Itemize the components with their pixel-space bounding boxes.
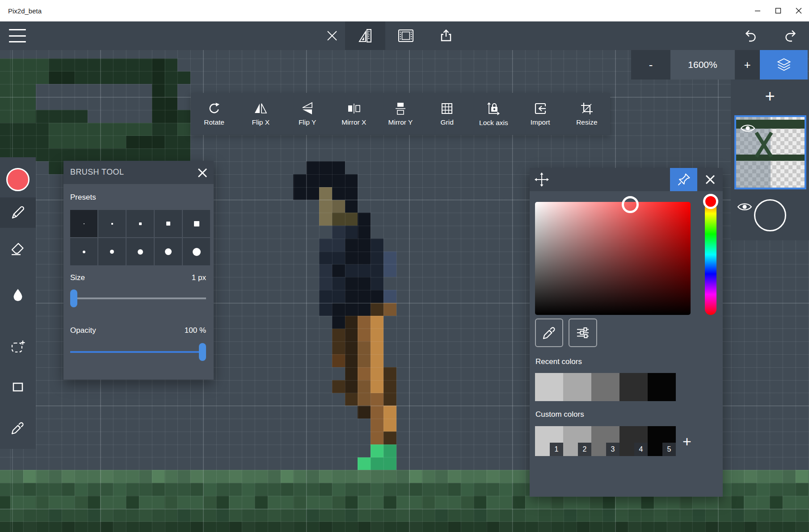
tool-eyedropper[interactable] xyxy=(0,413,36,443)
custom-color-1[interactable]: 1 xyxy=(535,426,563,456)
color-selector-ring[interactable] xyxy=(622,196,639,213)
eyedropper-icon xyxy=(541,325,557,341)
close-button[interactable] xyxy=(788,0,809,21)
tool-select[interactable] xyxy=(0,332,36,362)
window-title: Pix2d_beta xyxy=(8,7,42,15)
transform-grid[interactable]: Grid xyxy=(424,93,470,135)
maximize-button[interactable] xyxy=(768,0,788,21)
custom-color-number: 3 xyxy=(606,443,619,456)
animation-frames-button[interactable] xyxy=(386,21,426,50)
tool-fill[interactable] xyxy=(0,280,36,310)
brush-panel-close-button[interactable] xyxy=(196,166,209,180)
transform-label: Resize xyxy=(576,118,597,126)
redo-icon xyxy=(784,28,799,43)
color-options-button[interactable] xyxy=(569,318,597,347)
transform-mirror-y[interactable]: Mirror Y xyxy=(377,93,424,135)
minimize-button[interactable] xyxy=(747,0,768,21)
custom-color-5[interactable]: 5 xyxy=(648,426,676,456)
custom-color-number: 1 xyxy=(550,443,563,456)
custom-colors-bar: 12345 xyxy=(535,426,676,456)
pin-panel-button[interactable] xyxy=(670,168,697,191)
transform-label: Import xyxy=(531,118,550,126)
transform-resize[interactable]: Resize xyxy=(564,93,610,135)
size-slider[interactable] xyxy=(70,289,206,307)
add-layer-button[interactable]: + xyxy=(731,84,809,108)
add-custom-color-button[interactable]: + xyxy=(677,431,697,452)
undo-button[interactable] xyxy=(737,21,763,50)
eyedropper-icon xyxy=(10,420,26,436)
saturation-value-gradient[interactable] xyxy=(535,202,691,315)
close-icon xyxy=(198,168,207,178)
tool-sidebar xyxy=(0,157,36,449)
recent-colors-label: Recent colors xyxy=(535,357,582,366)
hue-slider[interactable] xyxy=(705,194,716,315)
ruler-icon xyxy=(358,28,373,43)
menu-button[interactable] xyxy=(9,29,26,42)
brush-preset-10[interactable] xyxy=(183,238,210,265)
resize-icon xyxy=(580,101,594,116)
sliders-icon xyxy=(576,326,590,340)
brush-preset-1[interactable] xyxy=(70,210,97,237)
ruler-tools-button[interactable] xyxy=(345,21,385,50)
transform-lock-axis[interactable]: Lock axis xyxy=(470,93,517,135)
custom-color-4[interactable]: 4 xyxy=(619,426,648,456)
mirror-y-icon xyxy=(393,101,408,116)
size-slider-handle[interactable] xyxy=(70,289,77,307)
transform-import[interactable]: Import xyxy=(517,93,564,135)
brush-preset-4[interactable] xyxy=(155,210,182,237)
tool-brush[interactable] xyxy=(0,197,36,228)
opacity-slider[interactable] xyxy=(70,343,206,361)
current-color-swatch[interactable] xyxy=(0,164,36,195)
transform-flip-x[interactable]: Flip X xyxy=(237,93,284,135)
close-icon xyxy=(705,174,716,185)
recent-color-5[interactable] xyxy=(648,373,676,401)
recent-color-1[interactable] xyxy=(535,373,563,401)
brush-preset-7[interactable] xyxy=(98,238,126,265)
export-share-button[interactable] xyxy=(426,21,466,50)
brush-preset-8[interactable] xyxy=(126,238,154,265)
recent-color-2[interactable] xyxy=(563,373,591,401)
layer-visibility-toggle[interactable] xyxy=(740,122,756,134)
custom-color-3[interactable]: 3 xyxy=(591,426,619,456)
brush-preset-5[interactable] xyxy=(183,210,210,237)
recent-color-4[interactable] xyxy=(619,373,648,401)
mirror-x-icon xyxy=(347,101,361,116)
maximize-icon xyxy=(775,8,781,14)
redo-button[interactable] xyxy=(778,21,805,50)
layer-thumbnail-circle xyxy=(754,199,786,231)
eyedropper-button[interactable] xyxy=(535,318,563,347)
move-panel-handle[interactable] xyxy=(534,172,549,187)
hamburger-icon xyxy=(9,29,26,30)
hue-slider-knob[interactable] xyxy=(703,194,718,209)
film-icon xyxy=(398,29,414,42)
transform-mirror-x[interactable]: Mirror X xyxy=(331,93,377,135)
layer-item-1[interactable] xyxy=(734,115,806,189)
transform-rotate[interactable]: Rotate xyxy=(191,93,237,135)
opacity-slider-handle[interactable] xyxy=(199,343,206,361)
zoom-out-button[interactable]: - xyxy=(631,50,670,80)
transform-label: Flip X xyxy=(252,118,270,126)
transform-toolbar: Rotate Flip X Flip Y Mirror X Mirror Y G… xyxy=(191,93,610,135)
color-picker-panel: Recent colors Custom colors 12345 + xyxy=(530,168,723,497)
brush-preset-3[interactable] xyxy=(126,210,154,237)
recent-colors-bar xyxy=(535,373,676,401)
tool-eraser[interactable] xyxy=(0,234,36,264)
brush-panel-title: BRUSH TOOL xyxy=(70,168,124,177)
zoom-controls: - 1600% + xyxy=(631,50,808,80)
brush-preset-9[interactable] xyxy=(155,238,182,265)
color-panel-close-button[interactable] xyxy=(697,168,723,191)
droplet-icon xyxy=(10,287,25,302)
brush-preset-2[interactable] xyxy=(98,210,126,237)
zoom-in-button[interactable]: + xyxy=(735,50,760,80)
layer-item-2[interactable] xyxy=(731,196,809,240)
custom-color-2[interactable]: 2 xyxy=(563,426,591,456)
layers-panel-toggle[interactable] xyxy=(760,50,808,80)
layer-visibility-toggle[interactable] xyxy=(737,201,753,213)
tool-shape[interactable] xyxy=(0,372,36,402)
transform-flip-y[interactable]: Flip Y xyxy=(284,93,330,135)
flip-x-icon xyxy=(253,101,268,116)
transform-label: Grid xyxy=(441,118,454,126)
recent-color-3[interactable] xyxy=(591,373,619,401)
brush-preset-6[interactable] xyxy=(70,238,97,265)
flip-y-icon xyxy=(300,101,315,116)
